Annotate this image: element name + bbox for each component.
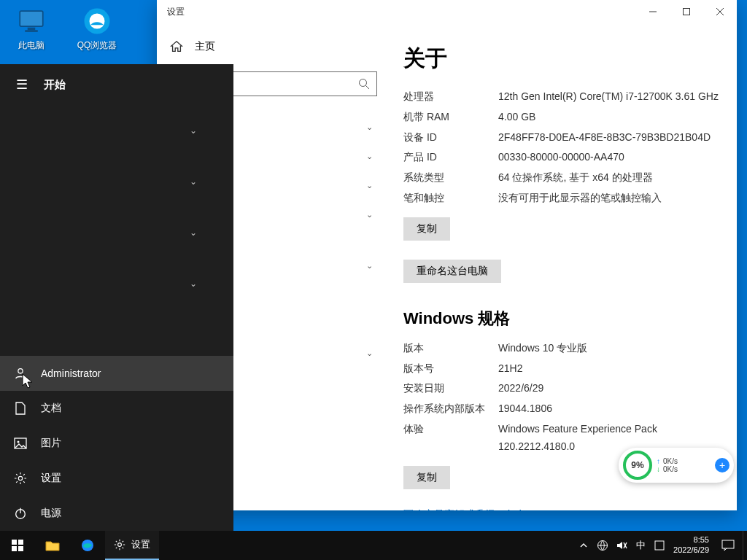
volume-icon [616,540,627,551]
tray-network[interactable] [593,531,612,560]
taskbar-app-settings[interactable]: 设置 [105,531,159,560]
svg-point-8 [360,79,367,87]
start-item-pictures[interactable]: 图片 [0,426,233,461]
taskbar-edge[interactable] [70,531,105,560]
start-label: 开始 [44,78,66,92]
copy-windows-spec-button[interactable]: 复制 [403,466,450,489]
net-plus-button[interactable]: + [715,458,729,472]
gear-icon [13,471,28,486]
svg-rect-19 [18,546,23,551]
spec-row: 产品 ID00330-80000-00000-AA470 [403,149,719,166]
app-list[interactable]: ⌄ ⌄ ⌄ ⌄ [0,105,233,356]
change-product-key-link[interactable]: 更改产品密钥或升级 Windows [403,508,540,510]
hamburger-button[interactable]: ☰ [16,77,28,93]
qq-browser-icon [82,6,112,36]
about-panel: 关于 处理器12th Gen Intel(R) Core(TM) i7-1270… [389,23,737,510]
desktop-icon-label: QQ浏览器 [77,39,117,52]
tray-manager[interactable] [650,531,669,560]
chevron-down-icon: ⌄ [190,279,197,289]
notification-icon [721,540,735,551]
svg-point-10 [18,369,23,373]
chevron-down-icon: ⌄ [366,181,373,190]
edge-icon [81,539,94,552]
chevron-down-icon: ⌄ [366,152,373,161]
close-button[interactable] [703,1,737,23]
svg-rect-5 [684,9,690,15]
svg-rect-25 [655,541,664,550]
start-item-user[interactable]: Administrator [0,356,233,391]
maximize-button[interactable] [670,1,703,23]
network-icon [597,540,608,551]
chevron-down-icon: ⌄ [366,349,373,358]
chevron-down-icon: ⌄ [366,261,373,271]
show-desktop-button[interactable] [743,531,747,560]
clock-date: 2022/6/29 [673,545,709,556]
start-item-settings[interactable]: 设置 [0,461,233,496]
net-speed-widget[interactable]: 9% ↑0K/s ↓0K/s + [619,448,734,483]
desktop-icon-this-pc[interactable]: 此电脑 [6,6,57,52]
taskbar-file-explorer[interactable] [35,531,70,560]
home-icon[interactable] [170,40,183,53]
svg-rect-0 [20,11,43,26]
manager-icon [654,540,665,551]
start-item-power[interactable]: 电源 [0,496,233,531]
chevron-down-icon: ⌄ [366,210,373,219]
taskbar: 设置 中 8:55 2022/6/29 [0,531,747,560]
close-icon [716,8,724,15]
tray-overflow[interactable] [574,531,593,560]
copy-device-spec-button[interactable]: 复制 [403,217,450,241]
start-item-documents[interactable]: 文档 [0,391,233,426]
power-icon [13,506,28,521]
action-center-button[interactable] [713,531,743,560]
spec-row: 机带 RAM4.00 GB [403,109,719,126]
window-title: 设置 [167,6,185,18]
pc-icon [16,6,47,36]
taskbar-app-label: 设置 [131,538,150,551]
net-percent: 9% [623,451,652,480]
rename-pc-button[interactable]: 重命名这台电脑 [403,260,501,283]
minimize-button[interactable] [636,1,670,23]
svg-rect-17 [18,540,23,545]
maximize-icon [683,8,690,15]
item-label: 文档 [41,402,61,415]
spec-row: 处理器12th Gen Intel(R) Core(TM) i7-12700K … [403,88,719,106]
tray-ime[interactable]: 中 [631,531,650,560]
tray-volume[interactable] [612,531,631,560]
svg-point-21 [118,543,122,547]
spec-row: 设备 ID2F48FF78-D0EA-4F8E-8B3C-79B3BD21B04… [403,129,719,147]
svg-rect-26 [722,540,734,548]
settings-window: 设置 主页 ⌄ ⌄ ⌄ 作⌄ 眠⌄ 理⌄ 电脑 [157,0,737,510]
svg-point-12 [18,441,20,443]
start-button[interactable] [0,531,35,560]
net-stats: ↑0K/s ↓0K/s [652,457,715,473]
spec-row: 操作系统内部版本19044.1806 [403,400,719,418]
item-label: 设置 [41,472,61,485]
minimize-icon [649,8,657,15]
spec-row: 系统类型64 位操作系统, 基于 x64 的处理器 [403,169,719,187]
folder-icon [45,540,60,551]
titlebar[interactable]: 设置 [157,0,737,23]
start-menu: ☰ 开始 ⌄ ⌄ ⌄ ⌄ Administrator 文档 图片 设置 电源 [0,64,233,531]
item-label: 电源 [41,507,61,520]
desktop-icon-qq-browser[interactable]: QQ浏览器 [71,6,123,52]
user-icon [13,366,28,381]
spec-row: 笔和触控没有可用于此显示器的笔或触控输入 [403,190,719,207]
desktop-icon-label: 此电脑 [18,39,44,52]
svg-rect-2 [25,30,38,32]
chevron-down-icon: ⌄ [190,176,197,187]
svg-rect-16 [12,540,17,545]
svg-point-13 [18,476,22,480]
home-link[interactable]: 主页 [195,40,215,53]
spec-row: 安装日期2022/6/29 [403,380,719,397]
clock-time: 8:55 [694,535,709,545]
svg-line-9 [366,86,370,90]
windows-logo-icon [12,540,23,551]
picture-icon [13,436,28,451]
windows-spec-heading: Windows 规格 [403,308,719,330]
search-icon [358,78,370,90]
user-label: Administrator [41,368,101,379]
document-icon [13,401,28,416]
gear-icon [114,539,125,551]
taskbar-clock[interactable]: 8:55 2022/6/29 [669,535,713,556]
svg-rect-18 [12,546,17,551]
